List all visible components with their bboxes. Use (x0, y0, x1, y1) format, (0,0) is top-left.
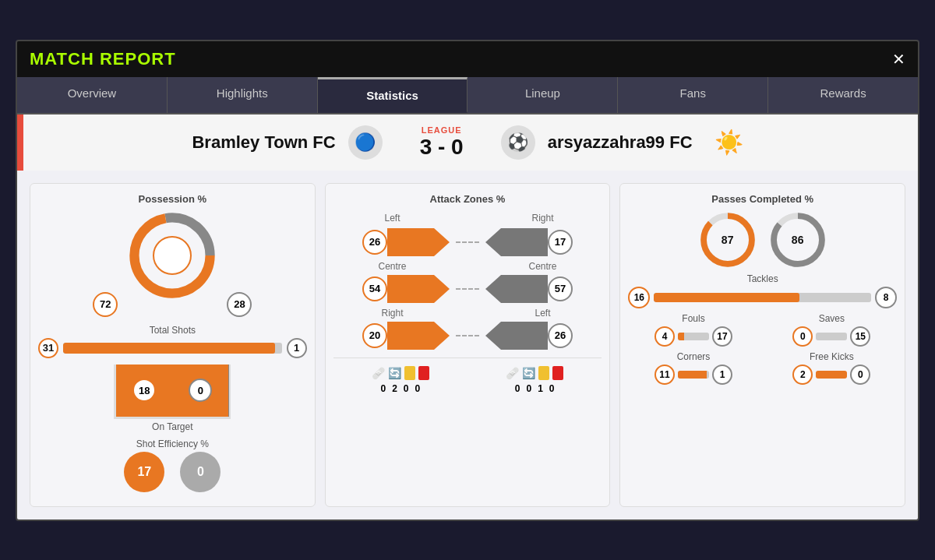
tab-statistics[interactable]: Statistics (318, 77, 468, 113)
tab-fans[interactable]: Fans (618, 77, 768, 113)
free-kicks-away: 0 (850, 365, 870, 385)
on-target-away: 0 (189, 379, 212, 402)
zone-divider-2 (456, 288, 479, 290)
corners-bar-row: 11 1 (654, 365, 732, 385)
away-right-body (501, 228, 548, 256)
goal-box-wrapper: 18 0 (38, 365, 307, 419)
away-right-arrowhead (485, 228, 501, 256)
home-injury-icon: 🩹 (372, 367, 385, 379)
total-shots-stat: Total Shots 31 1 (38, 325, 307, 358)
corners-label: Corners (677, 351, 711, 362)
away-card-icons: 🩹 🔄 (506, 366, 563, 380)
tab-highlights[interactable]: Highlights (168, 77, 318, 113)
tab-lineup[interactable]: Lineup (468, 77, 618, 113)
zone-row-3: 20 26 (333, 322, 602, 350)
score-block: LEAGUE 3 - 0 (395, 125, 489, 160)
left-bar-decoration (17, 114, 23, 171)
goal-box-circles: 18 0 (116, 365, 228, 417)
tab-rewards[interactable]: Rewards (768, 77, 918, 113)
away-injury-icon: 🩹 (506, 367, 519, 379)
fouls-away: 17 (712, 326, 732, 347)
corners-stat: Corners 11 1 (628, 351, 758, 385)
away-right-value: 17 (548, 230, 573, 255)
home-assist-icon: 🔄 (388, 367, 401, 379)
bottom-zone-labels: Right Left (333, 308, 602, 319)
corners-track (678, 371, 709, 379)
home-red-count: 0 (415, 383, 421, 394)
corners-home: 11 (654, 365, 675, 385)
saves-away: 15 (850, 326, 870, 347)
competition-label: LEAGUE (395, 125, 489, 135)
away-card-counts: 0 0 1 0 (515, 383, 555, 394)
left-stats-panel: Possession % 72 28 Total Shots (30, 183, 316, 507)
saves-bar-row: 0 15 (792, 326, 870, 347)
tackles-fill (654, 293, 799, 302)
home-centre-body (387, 275, 434, 303)
away-assist-count: 0 (526, 383, 531, 394)
home-card-counts: 0 2 0 0 (380, 383, 420, 394)
possession-away-value: 28 (227, 292, 252, 317)
fouls-stat: Fouls 4 17 (628, 313, 758, 347)
away-assist-icon: 🔄 (522, 367, 535, 379)
saves-track (816, 333, 847, 340)
possession-donut (129, 213, 215, 298)
away-right-label: Right (484, 213, 602, 224)
home-right-label: Right (333, 308, 452, 319)
fouls-track (678, 333, 709, 340)
away-left-value: 26 (548, 323, 573, 348)
tackles-track (654, 293, 871, 302)
attack-zones-title: Attack Zones % (333, 193, 602, 205)
home-yellow-count: 0 (404, 383, 409, 394)
home-centre-arrow: 54 (362, 275, 450, 303)
centre-labels: Centre Centre (333, 261, 602, 272)
home-team-logo: 🔵 (348, 125, 383, 160)
home-right-value: 20 (362, 323, 387, 348)
home-cards-group: 🩹 🔄 0 2 0 0 (372, 366, 429, 394)
fouls-saves-row: Fouls 4 17 Saves 0 (628, 313, 897, 347)
free-kicks-stat: Free Kicks 2 0 (767, 351, 897, 385)
away-yellow-card-icon (538, 366, 549, 380)
possession-row (38, 213, 307, 298)
cards-section: 🩹 🔄 0 2 0 0 🩹 🔄 (333, 357, 602, 394)
corners-freekicks-row: Corners 11 1 Free Kicks 2 (628, 351, 897, 385)
home-yellow-card-icon (404, 366, 415, 380)
away-centre-label: Centre (484, 261, 602, 272)
total-shots-away: 1 (287, 338, 307, 358)
on-target-home: 18 (132, 379, 156, 402)
home-right-arrowhead (434, 322, 450, 350)
shot-efficiency-circles: 17 0 (38, 452, 307, 492)
tackles-home: 16 (628, 287, 650, 308)
tackles-away: 8 (875, 287, 897, 308)
passes-donuts-row: 87 86 (628, 213, 897, 267)
zone-labels-top: Left Right (333, 213, 602, 224)
total-shots-fill (63, 343, 275, 354)
shot-efficiency-stat: Shot Efficiency % 17 0 (38, 438, 307, 492)
shot-eff-home: 17 (124, 452, 164, 492)
home-assist-count: 2 (392, 383, 397, 394)
middle-stats-panel: Attack Zones % Left Right 26 17 (325, 183, 611, 507)
tab-overview[interactable]: Overview (17, 77, 168, 113)
home-centre-label: Centre (333, 261, 452, 272)
fouls-home: 4 (654, 326, 675, 347)
free-kicks-bar-row: 2 0 (792, 365, 870, 385)
away-passes-value: 86 (792, 234, 804, 246)
weather-icon: ☀️ (714, 129, 743, 156)
shot-eff-away: 0 (180, 452, 221, 492)
zone-divider-1 (456, 241, 479, 243)
home-left-body (387, 228, 434, 256)
away-injury-count: 0 (515, 383, 520, 394)
away-left-arrow: 26 (485, 322, 573, 350)
right-stats-panel: Passes Completed % 87 86 (619, 183, 905, 507)
away-centre-arrowhead (485, 275, 501, 303)
total-shots-bar: 31 1 (38, 338, 307, 358)
free-kicks-fill (816, 371, 847, 379)
possession-center-circle (153, 236, 192, 275)
close-button[interactable]: ✕ (892, 51, 905, 67)
saves-home: 0 (792, 326, 813, 347)
match-header: Bramley Town FC 🔵 LEAGUE 3 - 0 ⚽ arsyazz… (17, 114, 918, 171)
saves-label: Saves (819, 313, 845, 324)
score-text: 3 - 0 (395, 135, 489, 160)
shot-efficiency-label: Shot Efficiency % (38, 438, 307, 449)
saves-stat: Saves 0 15 (767, 313, 897, 347)
fouls-bar-row: 4 17 (654, 326, 732, 347)
